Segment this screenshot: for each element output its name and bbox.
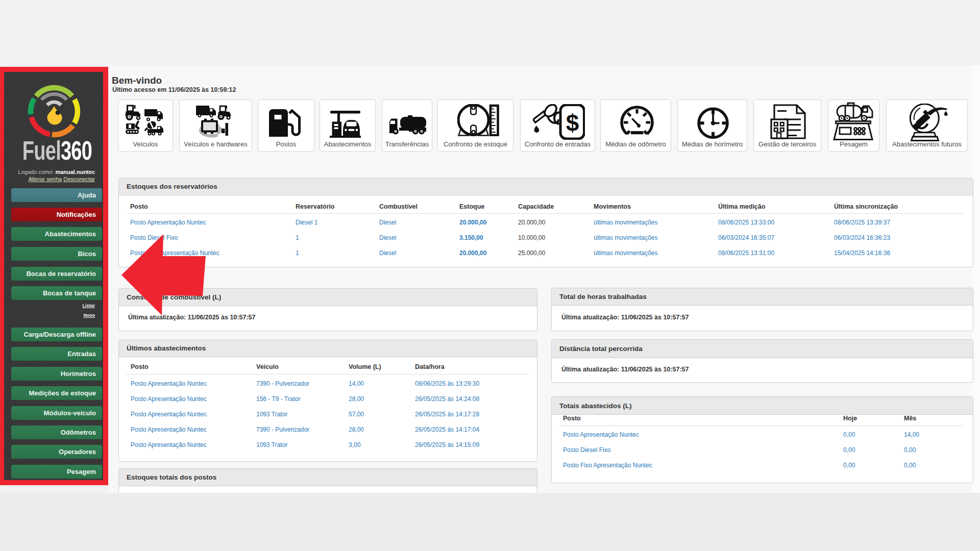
svg-text:$: $ [566, 110, 579, 136]
